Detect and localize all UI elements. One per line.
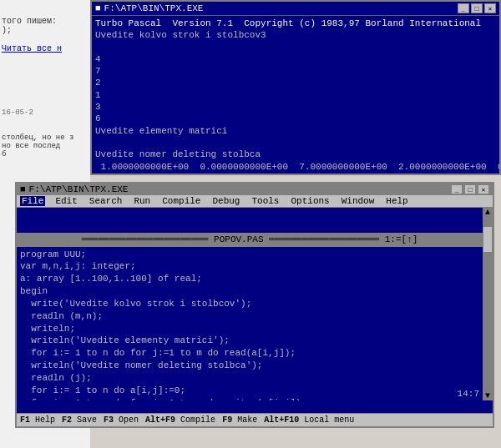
terminal-matrix-prompt: Uvedite elementy matrici [95,126,227,136]
ide-minimize-button[interactable]: _ [451,184,463,194]
close-button[interactable]: ✕ [484,3,496,13]
ide-window: ■ F:\ATP\BIN\TPX.EXE _ □ ✕ File Edit Sea… [15,182,494,428]
sidebar-text2: ); [2,26,90,35]
menu-run[interactable]: Run [132,196,152,206]
ide-title: F:\ATP\BIN\TPX.EXE [29,184,129,194]
ide-scrollbar[interactable]: ▲ ▼ [483,208,493,400]
status-f2[interactable]: F2 Save [62,415,97,425]
terminal-matrix-row1: 1.0000000000E+00 0.0000000000E+00 7.0000… [95,162,499,171]
menu-file[interactable]: File [20,196,45,206]
terminal-column-prompt: Uvedite nomer deleting stolbca [95,149,261,159]
sidebar-content: того пишем: ); Читать все н [2,17,90,53]
menu-edit[interactable]: Edit [53,196,78,206]
menu-help[interactable]: Help [384,196,409,206]
ide-maximize-button[interactable]: □ [464,184,476,194]
top-terminal-icon: ■ [95,3,101,13]
top-terminal-body: Turbo Pascal Version 7.1 Copyright (c) 1… [92,16,499,171]
status-f1[interactable]: F1 Help [20,415,55,425]
status-f3[interactable]: F3 Open [104,415,139,425]
minimize-button[interactable]: _ [458,3,469,13]
ide-titlebar: ■ F:\ATP\BIN\TPX.EXE _ □ ✕ [17,184,493,195]
menu-options[interactable]: Options [289,196,331,206]
terminal-line2: Uvedite kolvo strok i stolbcov3 [95,30,266,40]
sidebar-text1: того пишем: [2,17,90,26]
status-altf10[interactable]: Alt+F10 Local menu [264,415,354,425]
ide-editor[interactable]: ═══════════════════════ POPOV.PAS ══════… [17,208,483,400]
menu-debug[interactable]: Debug [210,196,241,206]
maximize-button[interactable]: □ [471,3,483,13]
terminal-line1: Turbo Pascal Version 7.1 Copyright (c) 1… [95,18,481,28]
sidebar-link[interactable]: Читать все н [2,44,62,53]
cursor-position: 14:7 [458,388,479,400]
top-terminal-title: F:\ATP\BIN\TPX.EXE [104,3,204,13]
sidebar-date: 16-05-2 [2,108,90,117]
ide-menubar: File Edit Search Run Compile Debug Tools… [17,195,493,208]
sidebar-note: столбец, но не з но все послед б [2,133,90,159]
menu-tools[interactable]: Tools [250,196,281,206]
editor-filename: ═══════════════════════ POPOV.PAS ══════… [17,233,483,247]
ide-title-icon: ■ [20,184,26,194]
top-terminal-titlebar: ■ F:\ATP\BIN\TPX.EXE _ □ ✕ [92,2,499,16]
ide-close-button[interactable]: ✕ [478,184,489,194]
menu-compile[interactable]: Compile [160,196,202,206]
top-terminal-window: ■ F:\ATP\BIN\TPX.EXE _ □ ✕ Turbo Pascal … [90,0,501,175]
ide-content-area: ═══════════════════════ POPOV.PAS ══════… [17,208,493,400]
status-f9[interactable]: F9 Make [222,415,257,425]
menu-window[interactable]: Window [340,196,377,206]
editor-code: program UUU; var m,n,i,j: integer; a: ar… [20,249,306,400]
ide-statusbar: F1 Help F2 Save F3 Open Alt+F9 Compile F… [17,413,493,426]
scroll-up-button[interactable]: ▲ [485,208,490,217]
terminal-input1: 4 7 2 1 3 6 [95,54,101,123]
menu-search[interactable]: Search [88,196,124,206]
status-altf9[interactable]: Alt+F9 Compile [145,415,215,425]
scroll-down-button[interactable]: ▼ [485,391,490,400]
scroll-thumb[interactable] [483,227,492,252]
